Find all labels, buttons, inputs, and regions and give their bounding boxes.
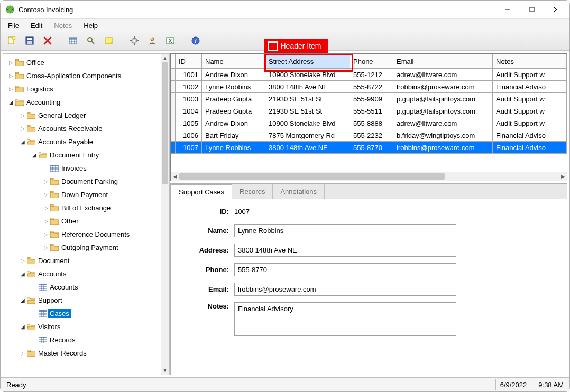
new-button[interactable] (4, 33, 20, 49)
menu-help[interactable]: Help (78, 21, 103, 31)
column-header[interactable]: Notes (493, 54, 567, 69)
tree-node[interactable]: Invoices (3, 162, 161, 175)
row-header[interactable] (171, 117, 176, 129)
row-header[interactable] (171, 81, 176, 93)
expand-icon[interactable]: ◢ (19, 271, 26, 277)
table-row[interactable]: 1003Pradeep Gupta21930 SE 51st St555-990… (171, 93, 567, 105)
cell[interactable]: Audit Support w (493, 69, 567, 81)
tree-node[interactable]: ◢Visitors (3, 320, 161, 333)
address-field[interactable] (234, 244, 456, 257)
column-header[interactable]: Email (393, 54, 493, 69)
note-button[interactable] (101, 33, 117, 49)
cell[interactable]: Lynne Robbins (202, 81, 265, 93)
tree-node[interactable]: ◢Accounts Payable (3, 135, 161, 148)
settings-button[interactable] (126, 33, 142, 49)
cell[interactable]: adrew@litware.com (393, 117, 493, 129)
maximize-button[interactable] (520, 2, 544, 17)
user-button[interactable] (144, 33, 160, 49)
name-field[interactable] (234, 224, 456, 237)
table-row[interactable]: 1004Pradeep Gupta21930 SE 51st St555-551… (171, 105, 567, 117)
row-header[interactable] (171, 142, 176, 154)
row-header[interactable] (171, 105, 176, 117)
scroll-thumb[interactable] (162, 62, 168, 184)
cell[interactable]: 21930 SE 51st St (265, 105, 350, 117)
tree-node[interactable]: ▷Outgoing Payment (3, 241, 161, 254)
hscroll-thumb[interactable] (179, 173, 445, 180)
table-row[interactable]: 1005Andrew Dixon10900 Stonelake Blvd555-… (171, 117, 567, 129)
table-row[interactable]: 1002Lynne Robbins3800 148th Ave NE555-87… (171, 81, 567, 93)
cell[interactable]: 555-1212 (350, 69, 393, 81)
expand-icon[interactable]: ◢ (19, 297, 26, 303)
cell[interactable]: Audit Support w (493, 105, 567, 117)
column-header[interactable]: Phone (350, 54, 393, 69)
tree-node[interactable]: ▷Cross-Application Components (3, 69, 161, 82)
tree-node[interactable]: ▷General Ledger (3, 109, 161, 122)
grid-button[interactable] (65, 33, 81, 49)
tree-node[interactable]: Records (3, 333, 161, 347)
row-header[interactable] (171, 93, 176, 105)
notes-field[interactable] (234, 302, 456, 336)
scroll-left-icon[interactable]: ◀ (171, 174, 179, 179)
cell[interactable]: 555-8770 (350, 142, 393, 154)
expand-icon[interactable]: ▷ (7, 73, 15, 79)
cell[interactable]: Financial Adviso (493, 81, 567, 93)
expand-icon[interactable]: ▷ (19, 126, 26, 132)
row-header[interactable] (171, 69, 176, 81)
expand-icon[interactable]: ◢ (7, 99, 15, 105)
scroll-down-icon[interactable]: ▼ (161, 366, 169, 375)
expand-icon[interactable]: ▷ (42, 179, 50, 184)
cell[interactable]: Financial Adviso (493, 129, 567, 142)
tree-node[interactable]: ◢Accounts (3, 267, 161, 281)
expand-icon[interactable]: ▷ (42, 231, 50, 237)
cell[interactable]: Pradeep Gupta (202, 93, 265, 105)
cell[interactable]: adrew@litware.com (393, 69, 493, 81)
cell[interactable]: 3800 148th Ave NE (265, 81, 350, 93)
cell[interactable]: lrobbins@proseware.com (393, 142, 493, 154)
phone-field[interactable] (234, 263, 456, 276)
expand-icon[interactable]: ▷ (7, 60, 15, 66)
tree-node[interactable]: ▷Office (3, 56, 161, 69)
tree-node[interactable]: ◢Support (3, 294, 161, 307)
column-header[interactable]: Street Address (265, 54, 350, 69)
tree-scrollbar[interactable]: ▲ ▼ (161, 54, 169, 375)
tree-node[interactable]: ▷Accounts Receivable (3, 122, 161, 135)
cell[interactable]: 1002 (176, 81, 202, 93)
data-grid[interactable]: IDNameStreet AddressPhoneEmailNotes 1001… (170, 53, 567, 181)
cell[interactable]: Bart Friday (202, 129, 265, 142)
expand-icon[interactable]: ▷ (19, 258, 26, 264)
expand-icon[interactable]: ▷ (19, 350, 26, 356)
cell[interactable]: Financial Adviso (493, 142, 567, 154)
cell[interactable]: 555-8888 (350, 117, 393, 129)
tree-node[interactable]: ▷Master Records (3, 347, 161, 360)
tab-annotations[interactable]: Annotations (273, 184, 325, 199)
menu-file[interactable]: File (3, 21, 24, 31)
tree-node[interactable]: Cases (3, 307, 161, 320)
cell[interactable]: 7875 Montgomery Rd (265, 129, 350, 142)
tree-node[interactable]: ◢Document Entry (3, 148, 161, 162)
table-row[interactable]: 1001Andrew Dixon10900 Stonelake Blvd555-… (171, 69, 567, 81)
menu-edit[interactable]: Edit (25, 21, 48, 31)
nav-tree[interactable]: ▷Office▷Cross-Application Components▷Log… (3, 54, 161, 375)
cell[interactable]: Lynne Robbins (202, 142, 265, 154)
cell[interactable]: Pradeep Gupta (202, 105, 265, 117)
tree-node[interactable]: ▷Bill of Exchange (3, 201, 161, 214)
cell[interactable]: 555-5511 (350, 105, 393, 117)
minimize-button[interactable] (495, 2, 520, 17)
column-header[interactable]: ID (176, 54, 202, 69)
email-field[interactable] (234, 283, 456, 296)
table-row[interactable]: 1007Lynne Robbins3800 148th Ave NE555-87… (171, 142, 567, 154)
cell[interactable]: 555-9909 (350, 93, 393, 105)
cell[interactable]: Audit Support w (493, 117, 567, 129)
cell[interactable]: 10900 Stonelake Blvd (265, 117, 350, 129)
cell[interactable]: 3800 148th Ave NE (265, 142, 350, 154)
cell[interactable]: b.friday@wingtiptoys.com (393, 129, 493, 142)
cell[interactable]: 1005 (176, 117, 202, 129)
grid-hscrollbar[interactable]: ◀ ▶ (171, 172, 567, 181)
tree-node[interactable]: ▷Document (3, 254, 161, 267)
menu-notes[interactable]: Notes (49, 21, 77, 31)
cell[interactable]: 1001 (176, 69, 202, 81)
tree-node[interactable]: ◢Accounting (3, 96, 161, 109)
scroll-right-icon[interactable]: ▶ (558, 174, 567, 179)
expand-icon[interactable]: ◢ (19, 139, 26, 145)
tree-node[interactable]: ▷Logistics (3, 82, 161, 96)
